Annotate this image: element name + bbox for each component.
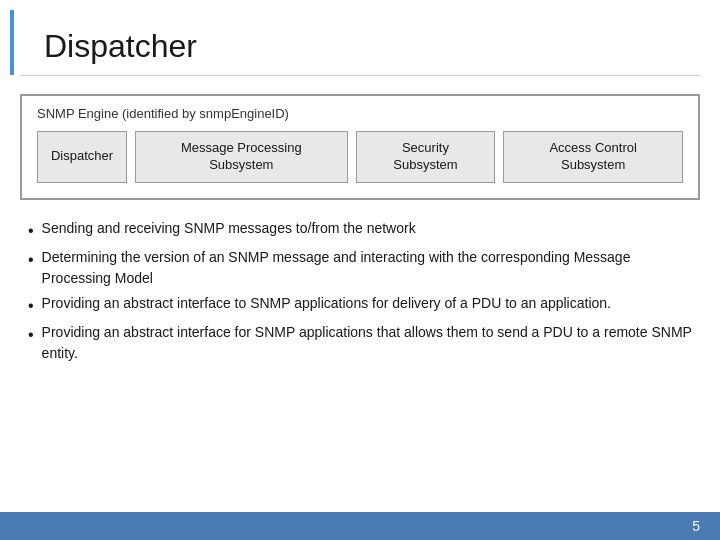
bullet-text-3: Providing an abstract interface to SNMP … — [42, 293, 692, 314]
bullet-dot-2: • — [28, 248, 34, 272]
dispatcher-box: Dispatcher — [37, 131, 127, 183]
bullet-dot-1: • — [28, 219, 34, 243]
bullet-text-1: Sending and receiving SNMP messages to/f… — [42, 218, 692, 239]
bullet-text-4: Providing an abstract interface for SNMP… — [42, 322, 692, 364]
bullet-item-1: • Sending and receiving SNMP messages to… — [28, 218, 692, 243]
bullet-item-2: • Determining the version of an SNMP mes… — [28, 247, 692, 289]
page-title: Dispatcher — [44, 28, 197, 65]
bullet-text-2: Determining the version of an SNMP messa… — [42, 247, 692, 289]
snmp-engine-diagram: SNMP Engine (identified by snmpEngineID)… — [20, 94, 700, 200]
engine-label: SNMP Engine (identified by snmpEngineID) — [37, 106, 683, 121]
bullet-dot-4: • — [28, 323, 34, 347]
security-box: Security Subsystem — [356, 131, 496, 183]
bullets-section: • Sending and receiving SNMP messages to… — [28, 218, 692, 368]
bullet-item-3: • Providing an abstract interface to SNM… — [28, 293, 692, 318]
page-container: Dispatcher SNMP Engine (identified by sn… — [0, 0, 720, 540]
bullet-dot-3: • — [28, 294, 34, 318]
title-section: Dispatcher — [10, 10, 720, 75]
message-processing-box: Message Processing Subsystem — [135, 131, 348, 183]
page-number: 5 — [692, 518, 700, 534]
subsystems-row: Dispatcher Message Processing Subsystem … — [37, 131, 683, 183]
bottom-bar: 5 — [0, 512, 720, 540]
title-divider — [20, 75, 700, 76]
access-control-box: Access Control Subsystem — [503, 131, 683, 183]
bullet-item-4: • Providing an abstract interface for SN… — [28, 322, 692, 364]
